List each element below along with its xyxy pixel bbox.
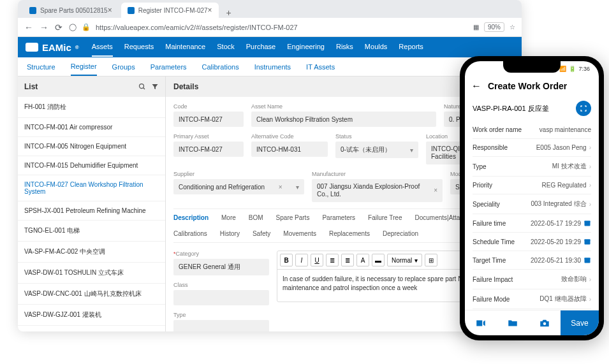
nav-item-maintenance[interactable]: Maintenance bbox=[165, 38, 205, 57]
subnav-item-it-assets[interactable]: IT Assets bbox=[306, 59, 335, 75]
list-body[interactable]: FH-001 消防栓INTCO-FM-001 Air compressorINT… bbox=[18, 97, 165, 331]
number-list-button[interactable]: ≣ bbox=[341, 254, 354, 266]
subnav-item-register[interactable]: Register bbox=[71, 58, 97, 76]
supplier-field[interactable]: Conditioning and Refrigeration×▾ bbox=[173, 179, 304, 194]
nav-item-assets[interactable]: Assets bbox=[92, 38, 113, 57]
qr-icon[interactable]: ▦ bbox=[473, 24, 479, 31]
list-item[interactable]: VASP-DW-CNC-001 山崎马扎克数控机床 bbox=[18, 284, 165, 305]
class-field[interactable] bbox=[173, 290, 269, 305]
form-label: Failure Mode bbox=[473, 296, 510, 303]
battery-icon: 🔋 bbox=[569, 66, 576, 72]
list-item[interactable]: SPSH-JX-001 Petroleum Refining Machine bbox=[18, 201, 165, 221]
insert-button[interactable]: ⊞ bbox=[425, 254, 437, 266]
bookmark-icon[interactable]: ☆ bbox=[510, 24, 515, 31]
nav-item-reports[interactable]: Reports bbox=[399, 38, 423, 57]
detail-tab[interactable]: BOM bbox=[249, 214, 263, 221]
detail-tab[interactable]: Replacements bbox=[329, 230, 370, 237]
reload-icon[interactable]: ⟳ bbox=[55, 22, 62, 33]
nav-item-risks[interactable]: Risks bbox=[336, 38, 353, 57]
chevron-down-icon: ▾ bbox=[415, 257, 418, 264]
list-item[interactable]: VASP-DW-01 TOSHULIN 立式车床 bbox=[18, 263, 165, 284]
category-field[interactable]: GENER General 通用 bbox=[173, 259, 269, 275]
type-field[interactable] bbox=[173, 320, 269, 331]
format-dropdown[interactable]: Normal▾ bbox=[387, 254, 422, 266]
form-row[interactable]: Failure Impact致命影响› bbox=[473, 270, 591, 289]
bullet-list-button[interactable]: ≣ bbox=[326, 254, 339, 266]
form-row[interactable]: PriorityREG Regulated› bbox=[473, 177, 591, 194]
search-icon[interactable] bbox=[138, 83, 146, 91]
manufacturer-field[interactable]: 007 Jiangsu Xianda Explosion-Proof Co., … bbox=[312, 179, 443, 202]
primary-asset-field[interactable]: INTCO-FM-027 bbox=[173, 142, 244, 157]
close-icon[interactable]: × bbox=[208, 6, 212, 15]
bg-color-button[interactable]: ▬ bbox=[372, 254, 385, 266]
back-icon[interactable]: ← bbox=[24, 22, 33, 33]
nav-item-engineering[interactable]: Engineering bbox=[287, 38, 325, 57]
back-icon[interactable]: ← bbox=[471, 80, 481, 92]
folder-button[interactable] bbox=[497, 310, 529, 335]
browser-tab[interactable]: Spare Parts 005012815 × bbox=[23, 3, 119, 18]
zoom-level[interactable]: 90% bbox=[484, 22, 504, 32]
forward-icon[interactable]: → bbox=[40, 22, 48, 33]
form-row[interactable]: ResponsibleE005 Jason Peng› bbox=[473, 139, 591, 157]
subnav-item-structure[interactable]: Structure bbox=[27, 59, 55, 75]
italic-button[interactable]: I bbox=[295, 254, 308, 266]
list-item[interactable]: VA-SP-FM-AC-002 中央空调 bbox=[18, 242, 165, 263]
list-item[interactable]: TGNO-EL-001 电梯 bbox=[18, 221, 165, 242]
save-button[interactable]: Save bbox=[561, 310, 599, 335]
status-field[interactable]: 0-试车（未启用）▾ bbox=[335, 142, 418, 158]
form-label: Responsible bbox=[473, 144, 508, 151]
clear-icon[interactable]: × bbox=[434, 187, 437, 194]
detail-tab[interactable]: Movements bbox=[283, 230, 316, 237]
detail-tab[interactable]: Spare Parts bbox=[276, 214, 310, 221]
subnav-item-parameters[interactable]: Parameters bbox=[150, 59, 187, 75]
close-icon[interactable]: × bbox=[108, 6, 112, 15]
brand-logo[interactable]: EAMic® bbox=[26, 42, 79, 53]
text-color-button[interactable]: A bbox=[356, 254, 369, 266]
form-row[interactable]: Work order namevasp maintenance bbox=[473, 121, 591, 139]
address-bar[interactable]: ◯ 🔒 https://valueapex.com/eamic/v2/#/ass… bbox=[69, 23, 467, 31]
code-field[interactable]: INTCO-FM-027 bbox=[173, 112, 244, 127]
subnav-item-calibrations[interactable]: Calibrations bbox=[202, 59, 239, 75]
list-item[interactable]: FH-001 消防栓 bbox=[18, 97, 165, 118]
list-item[interactable]: INTCO-FM-005 Nitrogen Equipment bbox=[18, 137, 165, 156]
form-area[interactable]: Work order namevasp maintenanceResponsib… bbox=[465, 121, 599, 310]
list-item[interactable]: INTCO-FM-027 Clean Workshop Filtration S… bbox=[18, 175, 165, 201]
list-item[interactable]: VASP-DW-JLSB-005 精炼设备 bbox=[18, 326, 165, 331]
list-item[interactable]: VASP-DW-GJZ-001 灌装机 bbox=[18, 305, 165, 326]
detail-tab[interactable]: Safety bbox=[253, 230, 270, 237]
subnav-item-instruments[interactable]: Instruments bbox=[254, 59, 291, 75]
detail-tab[interactable]: History bbox=[220, 230, 240, 237]
nav-item-purchase[interactable]: Purchase bbox=[246, 38, 275, 57]
new-tab-button[interactable]: + bbox=[221, 8, 237, 18]
detail-tab[interactable]: Description bbox=[173, 214, 209, 221]
camera-button[interactable] bbox=[529, 310, 561, 335]
filter-icon[interactable] bbox=[151, 83, 159, 91]
bold-button[interactable]: B bbox=[280, 254, 293, 266]
form-row[interactable]: Schedule Time2022-05-20 19:29 bbox=[473, 233, 591, 251]
detail-tab[interactable]: Depreciation bbox=[383, 230, 418, 237]
form-row[interactable]: Failure time2022-05-17 19:29 bbox=[473, 214, 591, 233]
subnav-item-groups[interactable]: Groups bbox=[112, 59, 135, 75]
alt-code-field[interactable]: INTCO-HM-031 bbox=[251, 142, 328, 157]
form-row[interactable]: Failure ModeDQ1 继电器故障› bbox=[473, 289, 591, 309]
underline-button[interactable]: U bbox=[311, 254, 323, 266]
detail-tab[interactable]: Failure Tree bbox=[368, 214, 402, 221]
form-row[interactable]: Speciality003 Integrated 综合› bbox=[473, 194, 591, 214]
nav-item-requests[interactable]: Requests bbox=[124, 38, 154, 57]
form-row[interactable]: TypeMI 技术改造› bbox=[473, 157, 591, 177]
nav-item-moulds[interactable]: Moulds bbox=[365, 38, 387, 57]
asset-name: VASP-PI-RA-001 反应釜 bbox=[473, 104, 549, 113]
scan-button[interactable] bbox=[576, 101, 591, 116]
video-button[interactable] bbox=[465, 310, 497, 335]
detail-tab[interactable]: More bbox=[221, 214, 236, 221]
asset-name-field[interactable]: Clean Workshop Filtration System bbox=[251, 112, 436, 127]
nav-item-stock[interactable]: Stock bbox=[217, 38, 235, 57]
list-item[interactable]: INTCO-FM-015 Dehumidifier Equipment bbox=[18, 156, 165, 175]
list-item[interactable]: INTCO-FM-001 Air compressor bbox=[18, 118, 165, 137]
asset-row[interactable]: VASP-PI-RA-001 反应釜 bbox=[465, 96, 599, 121]
detail-tab[interactable]: Parameters bbox=[322, 214, 355, 221]
browser-tab[interactable]: Register INTCO-FM-027 × bbox=[121, 3, 219, 18]
clear-icon[interactable]: × bbox=[279, 184, 282, 191]
form-row[interactable]: Target Time2022-05-21 19:30 bbox=[473, 251, 591, 270]
detail-tab[interactable]: Calibrations bbox=[173, 230, 207, 237]
